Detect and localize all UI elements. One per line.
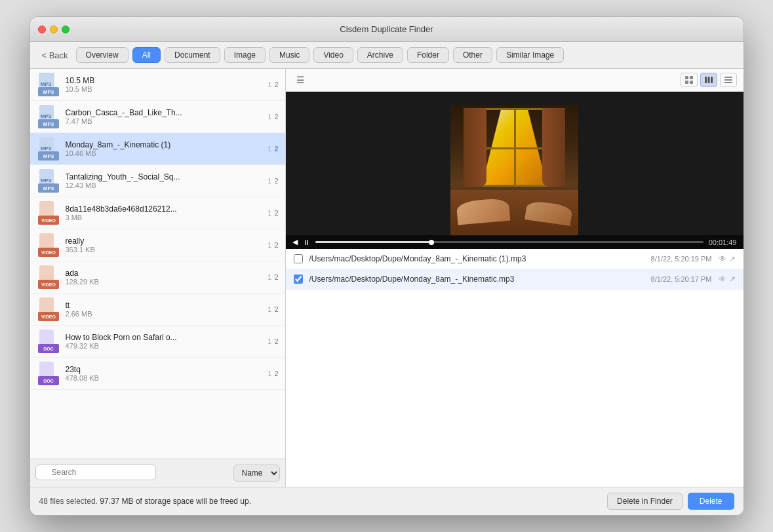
entry-actions: 👁 ↗ — [719, 275, 736, 284]
view-buttons — [681, 73, 737, 87]
svg-text:DOC: DOC — [43, 379, 54, 383]
tab-music[interactable]: Music — [269, 47, 309, 63]
list-item[interactable]: MP3 MP3 Monday_8am_-_Kinematic (1) 10.46… — [30, 133, 285, 165]
tab-overview[interactable]: Overview — [76, 47, 129, 63]
file-name: 8da11e48b3da6e468d126212... — [66, 204, 268, 214]
svg-rect-39 — [705, 77, 707, 83]
svg-text:VIDEO: VIDEO — [41, 250, 56, 255]
tab-document[interactable]: Document — [165, 47, 220, 63]
file-name: ada — [66, 269, 268, 278]
file-entry: /Users/mac/Desktop/Dupe/Monday_8am_-_Kin… — [286, 249, 743, 269]
file-size: 353.1 KB — [66, 246, 268, 254]
file-type-icon: DOC — [37, 362, 60, 385]
svg-text:DOC: DOC — [43, 347, 54, 351]
list-item[interactable]: DOC How to Block Porn on Safari o... 479… — [30, 326, 285, 358]
close-button[interactable] — [38, 26, 46, 33]
svg-text:VIDEO: VIDEO — [41, 314, 56, 319]
list-item[interactable]: MP3 MP3 10.5 MB 10.5 MB 1 2 — [30, 69, 285, 101]
file-counts: 1 2 — [268, 241, 278, 249]
traffic-lights — [38, 26, 69, 33]
right-toolbar: ☰ — [286, 69, 743, 92]
tab-all[interactable]: All — [132, 47, 161, 63]
tab-archive[interactable]: Archive — [357, 47, 403, 63]
file-info: 8da11e48b3da6e468d126212... 3 MB — [66, 204, 268, 221]
reveal-icon[interactable]: ↗ — [729, 275, 736, 284]
file-info: ada 128.29 KB — [66, 269, 268, 286]
right-panel: ☰ — [286, 69, 743, 487]
maximize-button[interactable] — [62, 26, 69, 33]
file-counts: 1 2 — [268, 305, 278, 313]
delete-in-finder-button[interactable]: Delete in Finder — [607, 493, 683, 510]
entry-path: /Users/mac/Desktop/Dupe/Monday_8am_-_Kin… — [309, 275, 644, 284]
window-title: Cisdem Duplicate Finder — [340, 24, 433, 34]
app-window: Cisdem Duplicate Finder < Back Overview … — [30, 16, 744, 516]
search-wrapper: 🔍 — [35, 465, 229, 482]
list-item[interactable]: DOC 23tq 478.08 KB 1 2 — [30, 358, 285, 390]
preview-icon[interactable]: 👁 — [719, 254, 726, 263]
list-item[interactable]: VIDEO tt 2.66 MB 1 2 — [30, 294, 285, 326]
file-type-icon: VIDEO — [37, 297, 60, 321]
list-item[interactable]: VIDEO ada 128.29 KB 1 2 — [30, 261, 285, 294]
svg-text:MP3: MP3 — [40, 178, 51, 183]
entry-date: 8/1/22, 5:20:17 PM — [651, 275, 712, 283]
grid-view-button[interactable] — [681, 73, 698, 87]
file-checkbox[interactable] — [294, 254, 303, 263]
svg-text:MP3: MP3 — [43, 185, 54, 191]
tab-folder[interactable]: Folder — [407, 47, 449, 63]
svg-rect-40 — [707, 77, 709, 83]
statusbar: 48 files selected. 97.37 MB of storage s… — [30, 487, 743, 515]
list-item[interactable]: MP3 MP3 Tantalizing_Youth_-_Social_Sq...… — [30, 165, 285, 197]
file-entries: /Users/mac/Desktop/Dupe/Monday_8am_-_Kin… — [286, 249, 743, 487]
progress-dot — [429, 240, 434, 245]
file-info: tt 2.66 MB — [66, 301, 268, 318]
file-entry: /Users/mac/Desktop/Dupe/Monday_8am_-_Kin… — [286, 269, 743, 290]
search-input[interactable] — [35, 465, 156, 480]
entry-path: /Users/mac/Desktop/Dupe/Monday_8am_-_Kin… — [309, 254, 644, 263]
status-text: 48 files selected. 97.37 MB of storage s… — [39, 497, 252, 506]
file-counts: 1 2 — [268, 337, 278, 345]
play-pause-button[interactable]: ⏸ — [303, 238, 310, 246]
filter-icon[interactable]: ☰ — [292, 73, 309, 87]
filmstrip-view-button[interactable] — [700, 73, 717, 87]
file-counts: 1 2 — [268, 273, 278, 281]
file-type-icon: VIDEO — [37, 201, 60, 225]
sort-select[interactable]: Name Size Date — [233, 465, 280, 482]
list-item[interactable]: VIDEO 8da11e48b3da6e468d126212... 3 MB 1… — [30, 197, 285, 229]
delete-button[interactable]: Delete — [688, 493, 734, 510]
file-info: How to Block Porn on Safari o... 479.32 … — [66, 333, 268, 350]
titlebar: Cisdem Duplicate Finder — [30, 17, 743, 42]
svg-rect-43 — [724, 79, 732, 81]
svg-text:MP3: MP3 — [40, 81, 51, 87]
file-info: Tantalizing_Youth_-_Social_Sq... 12.43 M… — [66, 172, 268, 189]
tab-video[interactable]: Video — [313, 47, 353, 63]
svg-rect-44 — [724, 82, 732, 83]
tab-image[interactable]: Image — [224, 47, 266, 63]
file-size: 10.5 MB — [66, 85, 268, 93]
media-time: 00:01:49 — [709, 238, 737, 246]
media-controls: ◀ ⏸ 00:01:49 — [286, 235, 743, 249]
list-item[interactable]: VIDEO really 353.1 KB 1 2 — [30, 229, 285, 261]
progress-fill — [315, 241, 432, 243]
preview-icon[interactable]: 👁 — [719, 275, 726, 284]
file-info: 10.5 MB 10.5 MB — [66, 76, 268, 93]
list-item[interactable]: MP3 MP3 Carbon_Casca_-_Bad_Like_Th... 7.… — [30, 101, 285, 133]
entry-actions: 👁 ↗ — [719, 254, 736, 263]
entry-date: 8/1/22, 5:20:19 PM — [651, 255, 712, 263]
reveal-icon[interactable]: ↗ — [729, 254, 736, 263]
file-checkbox[interactable] — [294, 275, 303, 284]
svg-text:MP3: MP3 — [40, 145, 51, 151]
svg-rect-42 — [724, 77, 732, 78]
progress-bar[interactable] — [315, 241, 704, 243]
file-info: really 353.1 KB — [66, 237, 268, 254]
file-name: really — [66, 237, 268, 246]
list-view-button[interactable] — [720, 73, 737, 87]
minimize-button[interactable] — [50, 26, 58, 33]
tab-other[interactable]: Other — [453, 47, 492, 63]
svg-text:VIDEO: VIDEO — [41, 282, 56, 287]
svg-text:VIDEO: VIDEO — [41, 218, 56, 223]
tab-similar-image[interactable]: Similar Image — [496, 47, 564, 63]
back-button[interactable]: < Back — [38, 48, 72, 62]
rewind-button[interactable]: ◀ — [292, 238, 298, 246]
file-name: How to Block Porn on Safari o... — [66, 333, 268, 342]
file-list: MP3 MP3 10.5 MB 10.5 MB 1 2 — [30, 69, 285, 459]
